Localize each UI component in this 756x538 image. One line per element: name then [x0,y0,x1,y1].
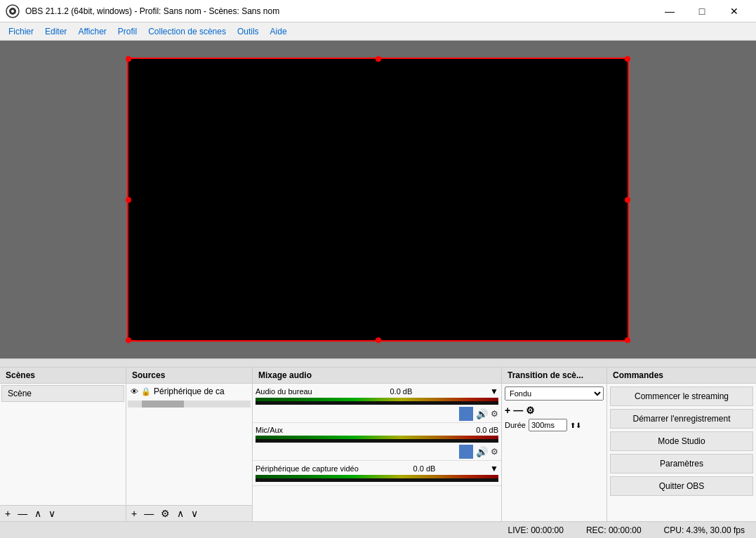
audio-meter-mic [256,436,498,443]
audio-channel-desktop: Audio du bureau 0.0 dB ▼ 🔊 ⚙ [253,384,501,423]
sources-scrollbar[interactable] [128,401,251,408]
sources-panel: Sources Périphérique de ca + — ⚙ ∧ ∨ [126,368,253,521]
sources-remove-button[interactable]: — [142,507,156,520]
scenes-panel: Scènes Scène + — ∧ ∨ [0,368,126,521]
transition-controls: + — ⚙ [502,403,606,417]
scenes-down-button[interactable]: ∨ [46,507,58,520]
transition-panel-header: Transition de scè... [502,368,606,384]
audio-meter-video [256,475,498,482]
sources-settings-button[interactable]: ⚙ [159,507,172,520]
start-recording-button[interactable]: Démarrer l'enregistrement [610,409,753,429]
transition-type-select[interactable]: Fondu [505,386,604,401]
handle-top-left[interactable] [126,56,131,62]
preview-scrollbar[interactable] [0,358,756,367]
sources-up-button[interactable]: ∧ [175,507,186,520]
scenes-up-button[interactable]: ∧ [32,507,44,520]
maximize-button[interactable]: □ [686,0,718,22]
studio-mode-button[interactable]: Mode Studio [610,431,753,451]
rec-status: REC: 00:00:00 [586,525,642,535]
sources-panel-header: Sources [126,368,252,384]
transition-add-button[interactable]: + [505,405,510,416]
audio-settings-mic-icon[interactable]: ⚙ [491,447,498,457]
audio-speaker-desktop-icon[interactable]: 🔊 [476,408,488,419]
cpu-status: CPU: 4.3%, 30.00 fps [664,525,745,535]
transition-remove-button[interactable]: — [513,405,523,416]
menu-afficher[interactable]: Afficher [72,25,112,39]
menu-fichier[interactable]: Fichier [3,25,39,39]
menu-aide[interactable]: Aide [265,25,293,39]
audio-channel-mic-header: Mic/Aux 0.0 dB [256,426,498,434]
window-title: OBS 21.1.2 (64bit, windows) - Profil: Sa… [25,6,279,16]
commands-panel-content: Commencer le streaming Démarrer l'enregi… [607,384,756,521]
source-name: Périphérique de ca [154,386,225,396]
source-item[interactable]: Périphérique de ca [126,384,252,399]
menu-profil[interactable]: Profil [112,25,142,39]
duration-label: Durée [505,421,526,429]
start-streaming-button[interactable]: Commencer le streaming [610,386,753,406]
sources-scrollbar-thumb[interactable] [142,401,184,408]
audio-channel-mic-name: Mic/Aux [256,426,283,434]
menu-collection[interactable]: Collection de scènes [142,25,232,39]
audio-speaker-mic-icon[interactable]: 🔊 [476,446,488,457]
audio-channel-mic: Mic/Aux 0.0 dB 🔊 ⚙ [253,423,501,461]
scenes-panel-header: Scènes [0,368,126,384]
audio-meter-desktop [256,398,498,405]
handle-bottom-center[interactable] [376,337,381,343]
scenes-toolbar: + — ∧ ∨ [0,505,126,521]
handle-middle-left[interactable] [126,197,131,203]
commands-panel-header: Commandes [607,368,756,384]
handle-top-center[interactable] [376,56,381,62]
audio-channel-desktop-name: Audio du bureau [256,387,312,396]
audio-scroll-down-button[interactable]: ▼ [490,464,498,473]
obs-logo-icon [6,4,20,18]
bottom-panels: Scènes Scène + — ∧ ∨ Sources Périphériqu… [0,367,756,521]
statusbar: LIVE: 00:00:00 REC: 00:00:00 CPU: 4.3%, … [0,521,756,538]
audio-controls-desktop: 🔊 ⚙ [256,407,498,421]
scenes-panel-content: Scène [0,384,126,505]
transition-settings-button[interactable]: ⚙ [526,405,535,416]
handle-bottom-left[interactable] [126,337,131,343]
live-status: LIVE: 00:00:00 [508,525,563,535]
source-lock-icon[interactable] [141,386,151,396]
source-visibility-icon[interactable] [131,386,138,396]
svg-point-2 [11,10,14,13]
audio-channel-desktop-level: 0.0 dB [390,387,413,396]
audio-channel-video: Périphérique de capture vidéo 0.0 dB ▼ [253,461,501,486]
duration-spinner-icon[interactable]: ⬆⬇ [570,422,581,429]
preview-canvas[interactable] [127,58,629,342]
audio-scroll-right-button[interactable]: ▼ [490,386,498,396]
handle-bottom-right[interactable] [625,337,630,343]
audio-channel-mic-level: 0.0 dB [476,426,498,434]
sources-add-button[interactable]: + [129,507,139,520]
menu-outils[interactable]: Outils [232,25,265,39]
audio-channel-video-header: Périphérique de capture vidéo 0.0 dB ▼ [256,464,498,473]
titlebar-left: OBS 21.1.2 (64bit, windows) - Profil: Sa… [6,4,279,18]
main-preview-area [0,41,756,358]
minimize-button[interactable]: — [654,0,686,22]
duration-row: Durée ⬆⬇ [502,417,606,433]
sources-toolbar: + — ⚙ ∧ ∨ [126,505,252,521]
transition-panel: Transition de scè... Fondu + — ⚙ Durée ⬆… [502,368,607,521]
transition-select-row: Fondu [502,384,606,403]
scenes-add-button[interactable]: + [3,507,13,520]
handle-middle-right[interactable] [625,197,630,203]
sources-down-button[interactable]: ∨ [189,507,200,520]
audio-channel-desktop-header: Audio du bureau 0.0 dB ▼ [256,386,498,396]
audio-settings-desktop-icon[interactable]: ⚙ [491,409,498,419]
audio-fader-desktop[interactable] [459,407,473,421]
sources-panel-content: Périphérique de ca [126,384,252,505]
handle-top-right[interactable] [625,56,630,62]
transition-panel-content: Fondu + — ⚙ Durée ⬆⬇ [502,384,606,521]
audio-panel: Mixage audio Audio du bureau 0.0 dB ▼ 🔊 … [253,368,502,521]
audio-channel-video-level: 0.0 dB [413,464,436,473]
close-button[interactable]: ✕ [718,0,750,22]
settings-button[interactable]: Paramètres [610,454,753,473]
scene-item[interactable]: Scène [1,385,124,402]
audio-panel-content: Audio du bureau 0.0 dB ▼ 🔊 ⚙ Mic/Aux [253,384,501,521]
duration-input[interactable] [529,419,567,431]
audio-controls-mic: 🔊 ⚙ [256,445,498,459]
menu-editer[interactable]: Editer [39,25,72,39]
quit-button[interactable]: Quitter OBS [610,476,753,496]
audio-fader-mic[interactable] [459,445,473,459]
scenes-remove-button[interactable]: — [15,507,29,520]
